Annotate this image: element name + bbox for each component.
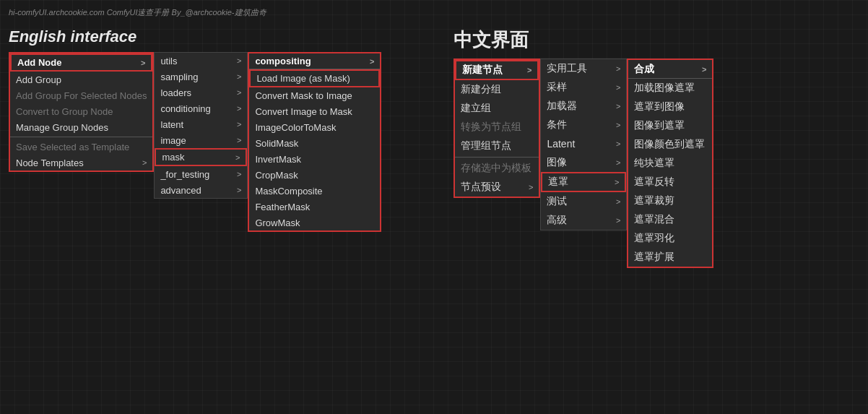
maskcomposite-item[interactable]: MaskComposite xyxy=(249,183,380,199)
cn-image-item[interactable]: 图像 > xyxy=(541,153,626,172)
cn-conditioning-arrow: > xyxy=(616,121,620,129)
cn-testing-label: 测试 xyxy=(547,195,567,208)
cn-conditioning-item[interactable]: 条件 > xyxy=(541,116,626,134)
latent-item[interactable]: latent > xyxy=(155,116,247,132)
english-menus-row: Add Node > Add Group Add Group For Selec… xyxy=(9,52,381,232)
convert-group-node-item[interactable]: Convert to Group Node xyxy=(10,103,152,119)
cn-mask-label: 遮罩 xyxy=(548,176,568,189)
image-arrow: > xyxy=(237,136,241,145)
solidmask-item[interactable]: SolidMask xyxy=(249,135,380,151)
cn-utils-item[interactable]: 实用工具 > xyxy=(541,59,626,78)
convert-group-node-label: Convert to Group Node xyxy=(16,106,113,117)
convert-image-mask-item[interactable]: Convert Image to Mask xyxy=(249,103,380,119)
cn-mask-to-image-label: 遮罩到图像 xyxy=(634,100,685,113)
cn-loaders-arrow: > xyxy=(616,102,620,111)
cn-menu-divider-1 xyxy=(455,157,539,158)
advanced-item[interactable]: advanced > xyxy=(155,182,247,198)
cn-save-template-item[interactable]: 存储选中为模板 xyxy=(455,159,539,178)
manage-group-nodes-item[interactable]: Manage Group Nodes xyxy=(10,119,152,135)
cn-loaders-item[interactable]: 加载器 > xyxy=(541,97,626,116)
feathermask-label: FeatherMask xyxy=(255,202,310,212)
growmask-item[interactable]: GrowMask xyxy=(249,215,380,230)
latent-arrow: > xyxy=(237,120,241,129)
load-image-mask-label: Load Image (as Mask) xyxy=(256,73,350,84)
cn-image-arrow: > xyxy=(616,158,620,167)
cn-testing-item[interactable]: 测试 > xyxy=(541,192,626,211)
add-group-item[interactable]: Add Group xyxy=(10,72,152,87)
cn-mask-item[interactable]: 遮罩 > xyxy=(541,172,626,192)
cn-mask-arrow: > xyxy=(615,178,619,186)
utils-arrow: > xyxy=(237,56,241,65)
mask-item[interactable]: mask > xyxy=(155,148,247,166)
sampling-item[interactable]: sampling > xyxy=(155,69,247,85)
cn-latent-label: Latent xyxy=(547,138,575,150)
cn-load-mask-item[interactable]: 加载图像遮罩 xyxy=(628,79,712,98)
cn-image-color-mask-item[interactable]: 图像颜色到遮罩 xyxy=(628,135,712,154)
cn-mask-composite-item[interactable]: 遮罩混合 xyxy=(628,210,712,229)
cn-image-color-mask-label: 图像颜色到遮罩 xyxy=(634,138,705,151)
cn-solid-mask-item[interactable]: 纯块遮罩 xyxy=(628,154,712,173)
advanced-arrow: > xyxy=(237,186,241,194)
add-group-label: Add Group xyxy=(16,74,61,85)
cn-new-group-item[interactable]: 新建分组 xyxy=(455,80,539,99)
chinese-section: 中文界面 新建节点 > 新建分组 建立组 转换为节点组 管理组节点 xyxy=(453,27,713,268)
sampling-arrow: > xyxy=(237,72,241,81)
node-templates-item[interactable]: Node Templates > xyxy=(10,155,152,171)
cn-new-node-arrow: > xyxy=(527,66,531,74)
cn-grow-mask-item[interactable]: 遮罩扩展 xyxy=(628,248,712,267)
invertmask-item[interactable]: InvertMask xyxy=(249,151,380,167)
loaders-item[interactable]: loaders > xyxy=(155,85,247,100)
cn-crop-mask-item[interactable]: 遮罩裁剪 xyxy=(628,191,712,210)
conditioning-item[interactable]: conditioning > xyxy=(155,100,247,116)
growmask-label: GrowMask xyxy=(255,217,300,228)
cn-sampling-arrow: > xyxy=(616,83,620,92)
cn-latent-item[interactable]: Latent > xyxy=(541,134,626,153)
node-templates-arrow: > xyxy=(142,158,147,167)
cn-manage-group-item[interactable]: 管理组节点 xyxy=(455,137,539,155)
save-template-item[interactable]: Save Selected as Template xyxy=(10,139,152,155)
cn-advanced-item[interactable]: 高级 > xyxy=(541,211,626,230)
menu-divider-1 xyxy=(10,137,152,137)
add-group-selected-item[interactable]: Add Group For Selected Nodes xyxy=(10,87,152,103)
save-template-label: Save Selected as Template xyxy=(16,142,129,152)
cropmask-label: CropMask xyxy=(255,170,298,181)
utils-item[interactable]: utils > xyxy=(155,53,247,69)
advanced-label: advanced xyxy=(160,185,201,196)
convert-mask-image-label: Convert Mask to Image xyxy=(255,90,352,101)
cn-sampling-label: 采样 xyxy=(547,81,567,94)
for-testing-arrow: > xyxy=(237,170,241,178)
utils-label: utils xyxy=(160,56,177,66)
cn-feather-mask-label: 遮罩羽化 xyxy=(634,232,674,245)
cn-invert-mask-label: 遮罩反转 xyxy=(634,176,674,189)
convert-mask-image-item[interactable]: Convert Mask to Image xyxy=(249,87,380,103)
cn-utils-label: 实用工具 xyxy=(547,62,587,75)
cn-feather-mask-item[interactable]: 遮罩羽化 xyxy=(628,229,712,248)
image-label: image xyxy=(160,135,186,146)
cn-node-presets-item[interactable]: 节点预设 > xyxy=(455,178,539,197)
cn-create-group-label: 建立组 xyxy=(461,102,491,115)
cn-invert-mask-item[interactable]: 遮罩反转 xyxy=(628,173,712,191)
mask-arrow: > xyxy=(235,153,240,162)
sampling-label: sampling xyxy=(160,72,198,82)
cn-sampling-item[interactable]: 采样 > xyxy=(541,78,626,97)
compositing-header: compositing > xyxy=(249,53,380,69)
cn-menu-panel-2: 实用工具 > 采样 > 加载器 > 条件 > Latent > xyxy=(540,59,627,230)
cn-image-to-mask-item[interactable]: 图像到遮罩 xyxy=(628,116,712,135)
for-testing-item[interactable]: _for_testing > xyxy=(155,166,247,182)
cn-testing-arrow: > xyxy=(616,197,620,206)
cn-create-group-item[interactable]: 建立组 xyxy=(455,99,539,118)
cn-utils-arrow: > xyxy=(616,64,620,73)
feathermask-item[interactable]: FeatherMask xyxy=(249,199,380,215)
cropmask-item[interactable]: CropMask xyxy=(249,167,380,183)
cn-compositing-arrow: > xyxy=(702,65,706,74)
add-node-item[interactable]: Add Node > xyxy=(10,53,152,72)
cn-mask-to-image-item[interactable]: 遮罩到图像 xyxy=(628,98,712,116)
cn-conditioning-label: 条件 xyxy=(547,118,567,131)
load-image-mask-item[interactable]: Load Image (as Mask) xyxy=(249,69,380,87)
cn-convert-group-label: 转换为节点组 xyxy=(461,121,521,134)
cn-new-node-item[interactable]: 新建节点 > xyxy=(455,60,539,80)
cn-convert-group-item[interactable]: 转换为节点组 xyxy=(455,118,539,137)
chinese-menus-row: 新建节点 > 新建分组 建立组 转换为节点组 管理组节点 存储选中为模板 xyxy=(453,59,713,268)
imagecolortomask-item[interactable]: ImageColorToMask xyxy=(249,119,380,135)
image-item[interactable]: image > xyxy=(155,132,247,148)
